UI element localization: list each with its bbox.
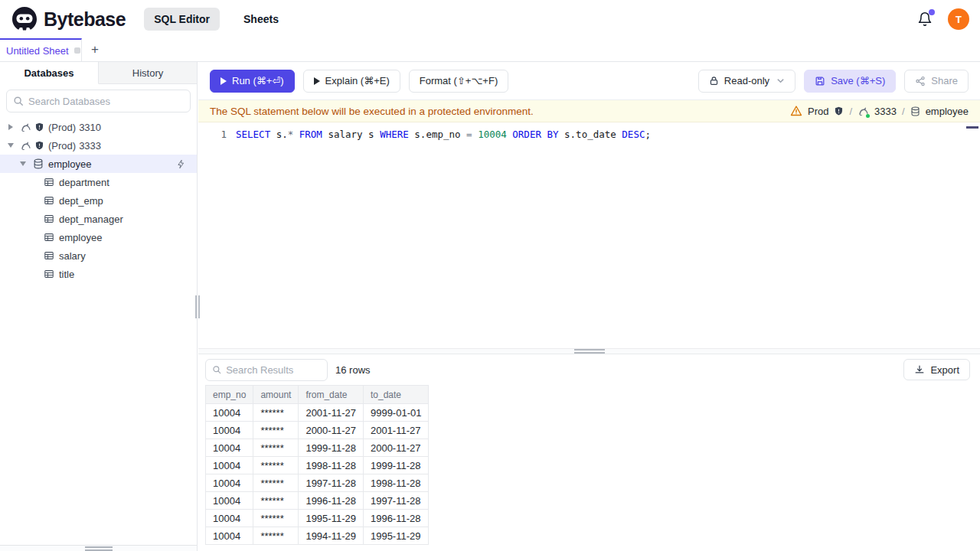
cell-amount[interactable]: ******: [253, 474, 299, 492]
sheet-tab-untitled[interactable]: Untitled Sheet: [0, 38, 82, 61]
cell-emp-no[interactable]: 10004: [206, 422, 253, 439]
cell-to-date[interactable]: 1999-11-28: [363, 457, 429, 474]
sql-token: s.emp_no: [409, 129, 466, 140]
caret-right-icon[interactable]: [8, 124, 14, 130]
table-row[interactable]: 10004 ****** 2001-11-27 9999-01-01: [206, 404, 429, 422]
cell-to-date[interactable]: 1998-11-28: [363, 474, 429, 492]
column-header[interactable]: emp_no: [206, 386, 253, 404]
share-button[interactable]: Share: [904, 70, 969, 93]
code-line[interactable]: 1 SELECT s.* FROM salary s WHERE s.emp_n…: [198, 126, 980, 142]
tab-history[interactable]: History: [99, 62, 197, 84]
cell-to-date[interactable]: 2000-11-27: [363, 439, 429, 457]
cell-to-date[interactable]: 1995-11-29: [363, 527, 429, 545]
caret-down-icon[interactable]: [20, 161, 26, 167]
table-label: dept_manager: [59, 214, 123, 225]
table-row[interactable]: employee: [0, 228, 197, 246]
instance-row-3310[interactable]: (Prod) 3310: [0, 118, 197, 136]
cell-amount[interactable]: ******: [253, 457, 299, 474]
table-row[interactable]: department: [0, 173, 197, 191]
cell-to-date[interactable]: 1996-11-28: [363, 510, 429, 527]
nav-sql-editor[interactable]: SQL Editor: [144, 8, 220, 31]
sidebar-resize-handle[interactable]: [194, 295, 200, 318]
cell-from-date[interactable]: 1998-11-28: [299, 457, 364, 474]
results-body: 10004 ****** 2001-11-27 9999-01-01 10004…: [206, 404, 429, 545]
cell-emp-no[interactable]: 10004: [206, 527, 253, 545]
cell-from-date[interactable]: 1997-11-28: [299, 474, 364, 492]
sql-token: =: [466, 129, 472, 140]
cell-amount[interactable]: ******: [253, 527, 299, 545]
cell-amount[interactable]: ******: [253, 422, 299, 439]
table-row[interactable]: title: [0, 265, 197, 283]
tab-databases[interactable]: Databases: [0, 62, 99, 84]
table-row[interactable]: dept_emp: [0, 191, 197, 210]
save-button[interactable]: Save (⌘+S): [804, 70, 896, 93]
cell-from-date[interactable]: 1996-11-28: [299, 492, 364, 510]
instance-env-label: (Prod): [48, 140, 76, 152]
caret-down-icon[interactable]: [8, 142, 14, 148]
cell-to-date[interactable]: 1997-11-28: [363, 492, 429, 510]
cell-from-date[interactable]: 1994-11-29: [299, 527, 364, 545]
table-row[interactable]: 10004 ****** 1995-11-29 1996-11-28: [206, 510, 429, 527]
cell-emp-no[interactable]: 10004: [206, 492, 253, 510]
cell-amount[interactable]: ******: [253, 492, 299, 510]
cell-to-date[interactable]: 2001-11-27: [363, 422, 429, 439]
database-label: employee: [48, 158, 91, 170]
new-sheet-button[interactable]: +: [82, 38, 108, 61]
cell-from-date[interactable]: 2000-11-27: [299, 422, 364, 439]
save-icon: [815, 76, 825, 86]
instance-label[interactable]: 3333: [874, 106, 897, 117]
sidebar: Databases History (Prod) 3310: [0, 62, 198, 551]
editor-toolbar: Run (⌘+⏎) Explain (⌘+E) Format (⇧+⌥+F) R…: [198, 62, 980, 100]
banner-message: The SQL statement below will be executed…: [210, 106, 534, 117]
table-label: dept_emp: [59, 195, 103, 207]
cell-to-date[interactable]: 9999-01-01: [363, 404, 429, 422]
column-header[interactable]: amount: [253, 386, 299, 404]
cell-amount[interactable]: ******: [253, 439, 299, 457]
table-row[interactable]: 10004 ****** 1996-11-28 1997-11-28: [206, 492, 429, 510]
table-row[interactable]: 10004 ****** 1997-11-28 1998-11-28: [206, 474, 429, 492]
table-row[interactable]: 10004 ****** 1998-11-28 1999-11-28: [206, 457, 429, 474]
top-bar-right: T: [917, 8, 969, 30]
table-label: title: [59, 269, 74, 280]
table-row[interactable]: 10004 ****** 1999-11-28 2000-11-27: [206, 439, 429, 457]
cell-from-date[interactable]: 1995-11-29: [299, 510, 364, 527]
cell-emp-no[interactable]: 10004: [206, 474, 253, 492]
table-row[interactable]: dept_manager: [0, 210, 197, 228]
notifications-button[interactable]: [917, 11, 933, 27]
run-button[interactable]: Run (⌘+⏎): [210, 70, 295, 93]
sql-code-editor[interactable]: 1 SELECT s.* FROM salary s WHERE s.emp_n…: [198, 122, 980, 348]
cell-emp-no[interactable]: 10004: [206, 457, 253, 474]
top-bar: Bytebase SQL Editor Sheets T: [0, 0, 980, 38]
notification-badge: [929, 9, 935, 15]
results-resize-handle[interactable]: [198, 348, 980, 354]
table-row[interactable]: 10004 ****** 1994-11-29 1995-11-29: [206, 527, 429, 545]
explain-button[interactable]: Explain (⌘+E): [303, 70, 400, 93]
results-search-input[interactable]: [226, 364, 321, 376]
cell-emp-no[interactable]: 10004: [206, 510, 253, 527]
column-header[interactable]: from_date: [299, 386, 364, 404]
database-label[interactable]: employee: [926, 106, 969, 117]
quick-action-bolt-icon[interactable]: [176, 159, 186, 169]
table-row[interactable]: 10004 ****** 2000-11-27 2001-11-27: [206, 422, 429, 439]
readonly-mode-button[interactable]: Read-only: [698, 70, 795, 93]
cell-emp-no[interactable]: 10004: [206, 404, 253, 422]
table-row[interactable]: salary: [0, 246, 197, 265]
cell-from-date[interactable]: 1999-11-28: [299, 439, 364, 457]
cell-from-date[interactable]: 2001-11-27: [299, 404, 364, 422]
export-button[interactable]: Export: [903, 359, 970, 380]
export-label: Export: [930, 364, 959, 376]
sidebar-bottom-divider[interactable]: [0, 545, 197, 551]
results-search[interactable]: [205, 359, 328, 381]
cell-amount[interactable]: ******: [253, 510, 299, 527]
user-avatar[interactable]: T: [948, 8, 969, 30]
column-header[interactable]: to_date: [363, 386, 429, 404]
cell-amount[interactable]: ******: [253, 404, 299, 422]
database-row-employee[interactable]: employee: [0, 155, 197, 173]
nav-sheets[interactable]: Sheets: [234, 8, 289, 31]
warning-icon: [790, 105, 802, 117]
instance-row-3333[interactable]: (Prod) 3333: [0, 136, 197, 155]
database-search[interactable]: [6, 90, 191, 112]
database-search-input[interactable]: [28, 96, 184, 107]
format-button[interactable]: Format (⇧+⌥+F): [409, 70, 508, 93]
cell-emp-no[interactable]: 10004: [206, 439, 253, 457]
